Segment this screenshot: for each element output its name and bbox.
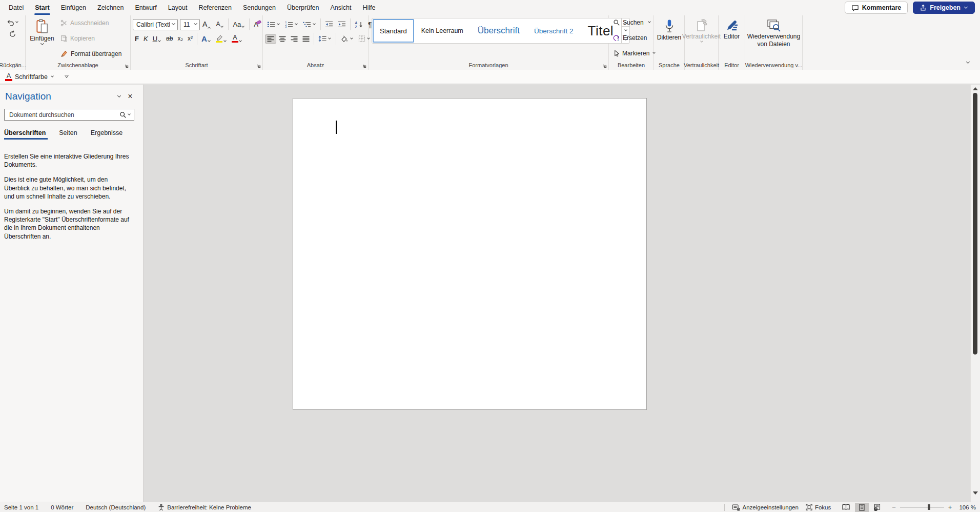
display-settings-button[interactable]: Anzeigeeinstellungen: [732, 504, 799, 511]
accessibility-status[interactable]: Barrierefreiheit: Keine Probleme: [158, 504, 251, 511]
sensitivity-button[interactable]: Vertraulichkeit: [687, 17, 716, 61]
nav-tab-ueberschriften[interactable]: Überschriften: [4, 129, 46, 140]
paragraph-dialog-launcher-icon[interactable]: [362, 64, 366, 68]
zoom-slider[interactable]: [900, 504, 944, 510]
read-mode-button[interactable]: [838, 503, 854, 511]
style-kein-leerraum[interactable]: Kein Leerraum: [414, 19, 471, 43]
menu-tab-ueberpruefen[interactable]: Überprüfen: [281, 0, 325, 15]
increase-indent-button[interactable]: [336, 19, 348, 29]
menu-tab-referenzen[interactable]: Referenzen: [193, 0, 237, 15]
navigation-pane-help-text: Erstellen Sie eine interaktive Gliederun…: [4, 152, 133, 241]
zoom-slider-thumb[interactable]: [928, 504, 930, 510]
nav-tab-ergebnisse[interactable]: Ergebnisse: [91, 129, 123, 140]
change-case-button[interactable]: Aa: [231, 19, 247, 29]
menu-tab-sendungen[interactable]: Sendungen: [237, 0, 281, 15]
undo-button[interactable]: [5, 17, 20, 28]
align-right-button[interactable]: [289, 34, 300, 44]
search-icon[interactable]: [119, 111, 127, 119]
collapse-ribbon-button[interactable]: [964, 57, 972, 67]
justify-button[interactable]: [300, 34, 312, 44]
menu-tab-einfuegen[interactable]: Einfügen: [55, 0, 92, 15]
document-search-input[interactable]: [8, 111, 119, 119]
svg-text:b: b: [617, 35, 619, 38]
navigation-pane-menu-button[interactable]: [113, 91, 125, 102]
find-button[interactable]: Suchen: [611, 17, 651, 28]
highlight-color-button[interactable]: [214, 34, 229, 44]
align-center-button[interactable]: [277, 34, 288, 44]
language-indicator[interactable]: Deutsch (Deutschland): [86, 504, 146, 510]
menu-tab-ansicht[interactable]: Ansicht: [325, 0, 357, 15]
styles-dialog-launcher-icon[interactable]: [602, 64, 607, 68]
paste-button[interactable]: Einfügen: [28, 17, 56, 61]
menu-tab-layout[interactable]: Layout: [162, 0, 193, 15]
document-page[interactable]: [293, 98, 647, 410]
microphone-icon: [664, 19, 675, 33]
reuse-files-button[interactable]: Wiederverwendung von Dateien: [747, 17, 801, 61]
font-color-button[interactable]: A: [230, 34, 244, 44]
redo-repeat-button[interactable]: [8, 29, 17, 40]
text-effects-button[interactable]: A: [199, 34, 213, 44]
underline-button[interactable]: U: [151, 34, 164, 44]
editor-button[interactable]: Editor: [718, 17, 746, 61]
menu-tab-start[interactable]: Start: [29, 0, 55, 15]
style-ueberschrift[interactable]: Überschrift: [471, 19, 527, 43]
comments-button[interactable]: Kommentare: [845, 2, 908, 14]
bold-button[interactable]: F: [133, 34, 141, 44]
format-painter-button[interactable]: Format übertragen: [58, 49, 124, 59]
multilevel-list-button[interactable]: [301, 19, 318, 29]
grow-font-button[interactable]: A: [200, 19, 213, 29]
numbered-list-button[interactable]: 123: [283, 19, 300, 29]
navigation-pane-close-button[interactable]: ×: [125, 91, 136, 102]
clipboard-dialog-launcher-icon[interactable]: [124, 64, 129, 68]
print-layout-button[interactable]: [855, 503, 869, 512]
bullet-list-button[interactable]: [265, 19, 282, 29]
chevron-down-icon: [51, 74, 54, 77]
chevron-down-icon: [194, 22, 197, 25]
status-bar: Seite 1 von 1 0 Wörter Deutsch (Deutschl…: [0, 502, 980, 512]
menu-tab-datei[interactable]: Datei: [3, 0, 29, 15]
style-ueberschrift-2[interactable]: Überschrift 2: [527, 19, 581, 43]
clear-formatting-button[interactable]: A: [252, 19, 260, 29]
menu-tab-zeichnen[interactable]: Zeichnen: [92, 0, 129, 15]
vertical-scrollbar[interactable]: [970, 85, 980, 502]
line-spacing-button[interactable]: [316, 34, 334, 44]
shrink-font-button[interactable]: A: [214, 19, 226, 29]
italic-button[interactable]: K: [141, 34, 150, 44]
page-indicator[interactable]: Seite 1 von 1: [4, 504, 38, 510]
font-dialog-launcher-icon[interactable]: [256, 64, 261, 68]
web-layout-button[interactable]: [870, 503, 885, 512]
shading-button[interactable]: [338, 34, 356, 44]
qat-font-color-button[interactable]: A Schriftfarbe: [5, 73, 54, 81]
scroll-down-arrow-icon[interactable]: [973, 491, 978, 495]
dictate-button[interactable]: Diktieren: [655, 17, 684, 61]
sort-button[interactable]: AZ: [353, 19, 365, 30]
subscript-button[interactable]: x₂: [175, 34, 185, 44]
share-button[interactable]: Freigeben: [913, 2, 975, 14]
strikethrough-button[interactable]: ab: [164, 34, 175, 44]
align-left-button[interactable]: [265, 34, 276, 44]
font-name-combo[interactable]: Calibri (Textkörp: [133, 19, 178, 30]
superscript-button[interactable]: x²: [186, 34, 195, 44]
cut-button[interactable]: Ausschneiden: [58, 18, 124, 28]
scroll-up-arrow-icon[interactable]: [973, 87, 978, 90]
voice-group-label: Sprache: [659, 62, 680, 68]
font-size-combo[interactable]: 11: [180, 19, 200, 30]
nav-tab-seiten[interactable]: Seiten: [59, 129, 77, 140]
reuse-files-icon: [767, 19, 781, 32]
chevron-down-icon: [313, 22, 316, 25]
menu-tab-entwurf[interactable]: Entwurf: [129, 0, 162, 15]
scrollbar-thumb[interactable]: [973, 93, 977, 355]
zoom-level[interactable]: 106 %: [959, 504, 976, 510]
style-standard[interactable]: Standard: [373, 19, 414, 43]
copy-button[interactable]: Kopieren: [58, 33, 124, 44]
qat-overflow-button[interactable]: [65, 75, 69, 78]
menu-tab-hilfe[interactable]: Hilfe: [357, 0, 381, 15]
word-count[interactable]: 0 Wörter: [51, 504, 73, 510]
zoom-out-button[interactable]: −: [892, 503, 896, 511]
decrease-indent-button[interactable]: [323, 19, 335, 29]
zoom-in-button[interactable]: +: [948, 503, 952, 511]
select-button[interactable]: Markieren: [611, 48, 651, 58]
replace-button[interactable]: bc Ersetzen: [611, 33, 651, 43]
chevron-down-icon[interactable]: [128, 112, 131, 115]
focus-mode-button[interactable]: Fokus: [806, 504, 831, 510]
